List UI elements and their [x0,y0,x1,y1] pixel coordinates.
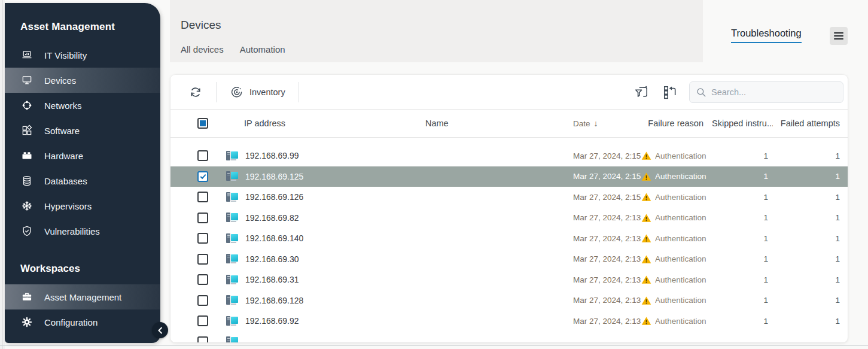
failed-attempts-cell: 1 [773,317,843,326]
sidebar: Asset Management IT Visibility Devices N… [5,3,160,343]
failed-attempts-cell: 1 [773,172,843,181]
shield-check-icon [21,225,33,237]
header-skipped-instructions[interactable]: Skipped instru... [709,119,773,128]
table-row[interactable]: 192.168.69.82 Mar 27, 2024, 2:13 Authent… [170,208,848,229]
date-cell: Mar 27, 2024, 2:13 [568,296,641,305]
ip-address: 192.168.69.30 [245,254,299,264]
chevron-left-icon [157,326,164,335]
warning-icon [641,213,651,223]
failure-reason-cell: Authentication [641,151,709,160]
hamburger-menu-button[interactable] [830,27,848,45]
window-left-edge [0,0,5,349]
failure-reason-cell [641,337,709,342]
workspace-item-asset-management[interactable]: Asset Management [5,284,160,309]
table-row[interactable]: 192.168.69.125 Mar 27, 2024, 2:15 Authen… [170,166,848,187]
sidebar-item-networks[interactable]: Networks [5,93,160,118]
device-computer-icon [226,295,239,306]
select-all-checkbox[interactable] [170,118,217,129]
inventory-button[interactable]: Inventory [230,85,285,99]
header-name[interactable]: Name [413,119,568,128]
table-row[interactable]: 192.168.69.31 Mar 27, 2024, 2:13 Authent… [170,269,848,290]
warning-icon [641,275,651,284]
tab-automation[interactable]: Automation [240,44,285,54]
warning-icon [641,233,651,243]
row-checkbox[interactable] [197,171,208,182]
toolbar-divider [216,82,217,102]
failed-attempts-cell: 1 [773,234,843,243]
monitor-icon [21,74,33,86]
inventory-radar-icon [230,85,244,99]
tab-all-devices[interactable]: All devices [181,44,224,54]
workspaces-title: Workspaces [5,244,160,284]
sidebar-item-vulnerabilities[interactable]: Vulnerabilities [5,218,160,244]
warning-icon [641,296,651,305]
table-row[interactable]: 192.168.69.92 Mar 27, 2024, 2:13 Authent… [170,311,848,332]
failed-attempts-cell: 1 [773,151,843,160]
search-input[interactable] [711,87,837,97]
sidebar-item-hypervisors[interactable]: Hypervisors [5,193,160,218]
device-computer-icon [226,150,239,162]
grid-header-row: IP address Name Date↓ Failure reason Ski… [170,109,848,138]
failed-attempts-cell: 1 [773,254,843,263]
header-date[interactable]: Date↓ [568,119,641,128]
date-cell: Mar 27, 2024, 2:13 [568,213,641,222]
row-checkbox[interactable] [197,336,208,342]
skipped-instructions-cell: 1 [709,254,773,263]
ip-address: 192.168.69.126 [245,192,303,202]
header-failed-attempts[interactable]: Failed attempts [773,119,843,128]
table-row[interactable]: 192.168.69.126 Mar 27, 2024, 2:15 Authen… [170,187,848,208]
sidebar-item-it-visibility[interactable]: IT Visibility [5,43,160,68]
refresh-button[interactable] [188,85,203,99]
table-row[interactable] [170,332,848,343]
warning-icon [641,254,651,264]
sidebar-item-hardware[interactable]: Hardware [5,143,160,168]
row-checkbox[interactable] [197,192,208,202]
skipped-instructions-cell: 1 [709,317,773,326]
row-checkbox[interactable] [197,274,208,285]
skipped-instructions-cell: 1 [709,213,773,222]
sidebar-item-devices[interactable]: Devices [5,68,160,93]
refresh-icon [188,85,203,99]
window-bottom-edge [0,345,868,346]
ip-address: 192.168.69.128 [245,296,303,305]
device-computer-icon [226,253,239,265]
ip-address: 192.168.69.92 [245,316,299,326]
sidebar-collapse-button[interactable] [152,322,168,338]
header-ip-address[interactable]: IP address [217,119,413,128]
skipped-instructions-cell: 1 [709,234,773,243]
table-row[interactable]: 192.168.69.140 Mar 27, 2024, 2:13 Authen… [170,228,848,249]
troubleshooting-link[interactable]: Troubleshooting [731,28,802,43]
network-icon [21,99,33,111]
grid-rows: 192.168.69.99 Mar 27, 2024, 2:15 Authent… [170,145,848,342]
table-row[interactable]: 192.168.69.128 Mar 27, 2024, 2:13 Authen… [170,290,848,311]
row-checkbox[interactable] [197,233,208,244]
failed-attempts-cell: 1 [773,296,843,305]
failure-reason-cell: Authentication [641,296,709,305]
row-checkbox[interactable] [197,254,208,265]
device-computer-icon [226,315,239,327]
row-checkbox[interactable] [197,213,208,223]
failed-attempts-cell: 1 [773,193,843,202]
page-title: Devices [181,19,221,32]
row-checkbox[interactable] [197,295,208,306]
skipped-instructions-cell: 1 [709,151,773,160]
row-checkbox[interactable] [197,150,208,161]
row-checkbox[interactable] [197,315,208,326]
warning-icon [641,172,651,181]
sidebar-item-software[interactable]: Software [5,118,160,143]
table-row[interactable]: 192.168.69.99 Mar 27, 2024, 2:15 Authent… [170,145,848,166]
table-row[interactable]: 192.168.69.30 Mar 27, 2024, 2:13 Authent… [170,249,848,270]
date-cell: Mar 27, 2024, 2:15 [568,193,641,202]
gear-icon [21,316,33,328]
filter-settings-icon[interactable] [634,84,649,100]
ip-address: 192.168.69.125 [245,172,303,181]
header-failure-reason[interactable]: Failure reason [641,119,709,128]
ip-address: 192.168.69.140 [245,233,303,243]
column-chooser-icon[interactable] [662,84,678,100]
workspace-item-configuration[interactable]: Configuration [5,309,160,335]
skipped-instructions-cell: 1 [709,172,773,181]
skipped-instructions-cell: 1 [709,193,773,202]
device-computer-icon [226,192,239,203]
sidebar-item-databases[interactable]: Databases [5,168,160,193]
failure-reason-cell: Authentication [641,275,709,284]
